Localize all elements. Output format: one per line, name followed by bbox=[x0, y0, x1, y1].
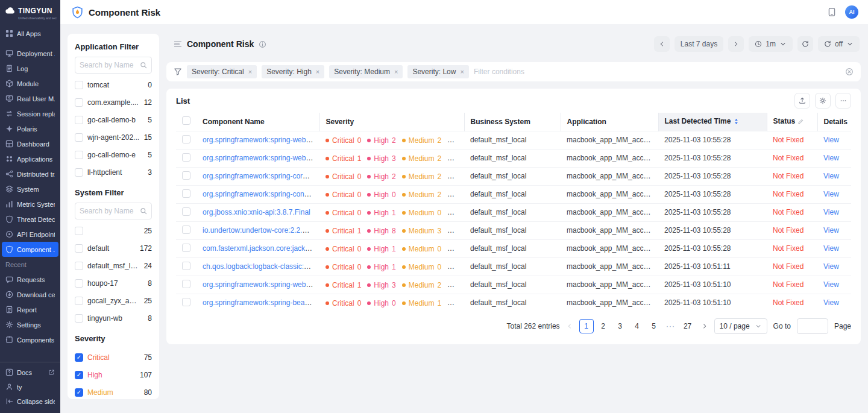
row-checkbox[interactable] bbox=[182, 207, 190, 216]
view-details-link[interactable]: View bbox=[823, 262, 839, 271]
view-details-link[interactable]: View bbox=[823, 244, 839, 253]
page-size-select[interactable]: 10 / page bbox=[714, 318, 767, 334]
component-name-link[interactable]: ch.qos.logback:logback-classic:1.2.11 bbox=[203, 262, 319, 271]
sidebar-item-settings[interactable]: Settings bbox=[2, 317, 58, 332]
component-name-link[interactable]: io.undertow:undertow-core:2.2.19.Final bbox=[203, 226, 319, 235]
sidebar-item-report[interactable]: Report bbox=[2, 302, 58, 317]
component-name-link[interactable]: org.springframework:spring-core:5.3.23 bbox=[203, 172, 319, 180]
checkbox[interactable] bbox=[75, 133, 83, 142]
row-checkbox[interactable] bbox=[182, 280, 190, 288]
checkbox[interactable] bbox=[75, 262, 83, 270]
component-name-link[interactable]: org.springframework:spring-context:5.3.2… bbox=[203, 190, 319, 198]
system-search-input[interactable] bbox=[80, 207, 140, 215]
export-button[interactable] bbox=[794, 93, 810, 109]
sort-icon[interactable] bbox=[733, 118, 740, 127]
time-range-button[interactable]: Last 7 days bbox=[675, 36, 723, 52]
view-details-link[interactable]: View bbox=[823, 226, 839, 235]
page-button-1[interactable]: 1 bbox=[579, 319, 594, 333]
checkbox[interactable] bbox=[75, 244, 83, 253]
sidebar-item-download-ce[interactable]: Download ce... bbox=[2, 287, 58, 302]
view-details-link[interactable]: View bbox=[823, 208, 839, 216]
edit-status-icon[interactable] bbox=[797, 118, 804, 127]
external-link-icon[interactable] bbox=[48, 369, 55, 377]
row-checkbox[interactable] bbox=[182, 225, 190, 234]
checkbox[interactable] bbox=[75, 81, 83, 89]
refresh-button[interactable] bbox=[797, 36, 813, 52]
sidebar-item-distributed-tr[interactable]: Distributed tr... bbox=[2, 166, 58, 181]
view-details-link[interactable]: View bbox=[823, 172, 839, 180]
sidebar-item-docs[interactable]: Docs bbox=[2, 365, 58, 380]
sidebar-item-component[interactable]: Component ... bbox=[2, 242, 58, 257]
view-details-link[interactable]: View bbox=[823, 136, 839, 144]
clear-filters-icon[interactable] bbox=[845, 68, 854, 76]
view-details-link[interactable]: View bbox=[823, 190, 839, 198]
auto-refresh-dropdown[interactable]: off bbox=[818, 36, 860, 52]
sidebar-item-log[interactable]: Log bbox=[2, 61, 58, 76]
checkbox[interactable]: ✓ bbox=[75, 388, 83, 397]
page-button-4[interactable]: 4 bbox=[630, 319, 644, 333]
filter-tag-severity-low[interactable]: Severity: Low× bbox=[407, 65, 468, 78]
checkbox[interactable] bbox=[75, 98, 83, 107]
sidebar-item-api-endpoint[interactable]: API Endpoint bbox=[2, 227, 58, 242]
next-page-button[interactable] bbox=[701, 323, 708, 330]
view-details-link[interactable]: View bbox=[823, 280, 839, 289]
row-checkbox[interactable] bbox=[182, 171, 190, 180]
select-all-checkbox[interactable] bbox=[182, 116, 190, 125]
checkbox[interactable]: ✓ bbox=[75, 353, 83, 362]
page-button-27[interactable]: 27 bbox=[681, 319, 695, 333]
row-checkbox[interactable] bbox=[182, 298, 190, 306]
more-actions-button[interactable] bbox=[835, 93, 851, 109]
component-name-link[interactable]: com.fasterxml.jackson.core:jackson-datab… bbox=[203, 244, 319, 253]
sidebar-item-real-user-m[interactable]: Real User M... bbox=[2, 91, 58, 106]
column-settings-button[interactable] bbox=[815, 93, 831, 109]
component-name-link[interactable]: org.springframework:spring-beans:5.3.23 bbox=[203, 298, 319, 307]
collapse-sidebar-button[interactable]: Collapse sidebar bbox=[2, 394, 58, 409]
filter-tag-severity-high[interactable]: Severity: High× bbox=[262, 65, 324, 78]
application-search-input[interactable] bbox=[80, 61, 140, 69]
component-name-link[interactable]: org.jboss.xnio:xnio-api:3.8.7.Final bbox=[203, 208, 310, 216]
sidebar-item-polaris[interactable]: Polaris bbox=[2, 121, 58, 136]
sidebar-item-metric-system[interactable]: Metric System bbox=[2, 197, 58, 212]
page-button-5[interactable]: 5 bbox=[647, 319, 661, 333]
checkbox[interactable] bbox=[75, 116, 83, 124]
row-checkbox[interactable] bbox=[182, 262, 190, 270]
time-range-next-button[interactable] bbox=[728, 36, 744, 52]
sidebar-item-deployment[interactable]: Deployment ... bbox=[2, 46, 58, 61]
checkbox[interactable] bbox=[75, 227, 83, 235]
filter-tag-severity-critical[interactable]: Severity: Critical× bbox=[187, 65, 257, 78]
checkbox[interactable] bbox=[75, 151, 83, 159]
filter-conditions-input[interactable] bbox=[474, 68, 840, 76]
checkbox[interactable]: ✓ bbox=[75, 371, 83, 379]
sidebar-item-session-replay[interactable]: Session replay bbox=[2, 106, 58, 121]
sidebar-item-user[interactable]: ty bbox=[2, 380, 58, 394]
remove-tag-icon[interactable]: × bbox=[394, 68, 398, 75]
prev-page-button[interactable] bbox=[566, 323, 573, 330]
sidebar-item-dashboard[interactable]: Dashboard bbox=[2, 136, 58, 151]
sidebar-item-all-apps[interactable]: All Apps bbox=[2, 26, 58, 41]
time-range-prev-button[interactable] bbox=[654, 36, 670, 52]
row-checkbox[interactable] bbox=[182, 189, 190, 198]
sidebar-item-requests[interactable]: Requests bbox=[2, 272, 58, 287]
sidebar-item-threat-detec[interactable]: Threat Detec... bbox=[2, 212, 58, 227]
mobile-device-icon[interactable] bbox=[827, 7, 837, 17]
remove-tag-icon[interactable]: × bbox=[316, 68, 319, 75]
view-details-link[interactable]: View bbox=[823, 154, 839, 162]
interval-dropdown[interactable]: 1m bbox=[749, 36, 793, 52]
row-checkbox[interactable] bbox=[182, 153, 190, 162]
sidebar-item-components[interactable]: Components bbox=[2, 332, 58, 347]
component-name-link[interactable]: org.springframework:spring-webmvc:5.3.23 bbox=[203, 136, 319, 144]
remove-tag-icon[interactable]: × bbox=[248, 68, 252, 75]
component-name-link[interactable]: org.springframework:spring-web:5.3.23 bbox=[203, 154, 319, 162]
component-name-link[interactable]: org.springframework:spring-web:5.3.23 bbox=[203, 280, 319, 289]
filter-tag-severity-medium[interactable]: Severity: Medium× bbox=[329, 65, 403, 78]
ai-assistant-icon[interactable]: AI bbox=[845, 5, 858, 19]
checkbox[interactable] bbox=[75, 168, 83, 177]
goto-page-input[interactable] bbox=[797, 318, 828, 334]
sidebar-item-module[interactable]: Module bbox=[2, 76, 58, 91]
row-checkbox[interactable] bbox=[182, 135, 190, 143]
page-button-3[interactable]: 3 bbox=[613, 319, 627, 333]
row-checkbox[interactable] bbox=[182, 244, 190, 252]
remove-tag-icon[interactable]: × bbox=[460, 68, 464, 75]
view-details-link[interactable]: View bbox=[823, 298, 839, 307]
checkbox[interactable] bbox=[75, 297, 83, 305]
